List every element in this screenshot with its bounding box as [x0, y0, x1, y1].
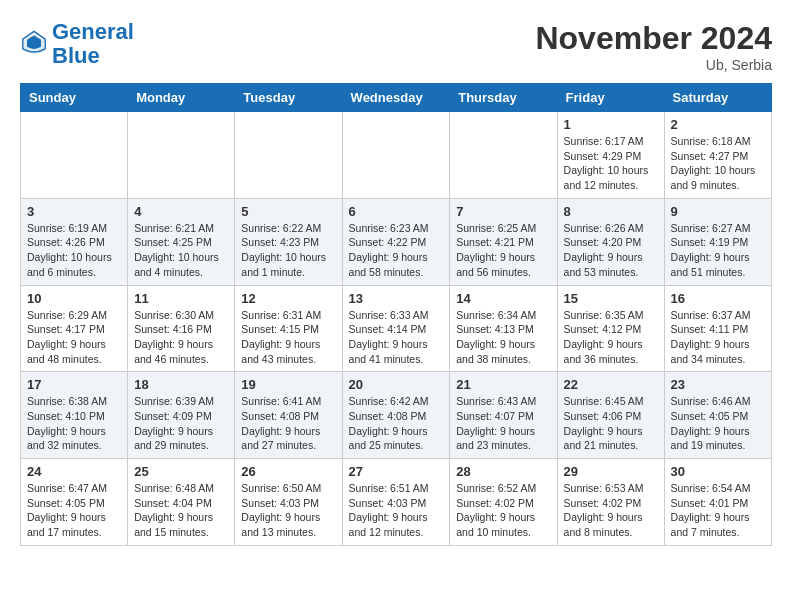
day-number: 10: [27, 291, 121, 306]
calendar-cell: 7Sunrise: 6:25 AMSunset: 4:21 PMDaylight…: [450, 198, 557, 285]
day-number: 30: [671, 464, 765, 479]
title-area: November 2024 Ub, Serbia: [535, 20, 772, 73]
day-number: 9: [671, 204, 765, 219]
day-number: 1: [564, 117, 658, 132]
day-info: Sunrise: 6:41 AMSunset: 4:08 PMDaylight:…: [241, 394, 335, 453]
day-number: 8: [564, 204, 658, 219]
calendar-cell: 20Sunrise: 6:42 AMSunset: 4:08 PMDayligh…: [342, 372, 450, 459]
day-number: 13: [349, 291, 444, 306]
calendar-cell: 12Sunrise: 6:31 AMSunset: 4:15 PMDayligh…: [235, 285, 342, 372]
calendar-cell: 16Sunrise: 6:37 AMSunset: 4:11 PMDayligh…: [664, 285, 771, 372]
day-info: Sunrise: 6:38 AMSunset: 4:10 PMDaylight:…: [27, 394, 121, 453]
weekday-header-wednesday: Wednesday: [342, 84, 450, 112]
month-title: November 2024: [535, 20, 772, 57]
day-number: 15: [564, 291, 658, 306]
day-info: Sunrise: 6:17 AMSunset: 4:29 PMDaylight:…: [564, 134, 658, 193]
day-number: 20: [349, 377, 444, 392]
day-info: Sunrise: 6:45 AMSunset: 4:06 PMDaylight:…: [564, 394, 658, 453]
calendar-cell: 18Sunrise: 6:39 AMSunset: 4:09 PMDayligh…: [128, 372, 235, 459]
calendar-week-row: 3Sunrise: 6:19 AMSunset: 4:26 PMDaylight…: [21, 198, 772, 285]
day-info: Sunrise: 6:27 AMSunset: 4:19 PMDaylight:…: [671, 221, 765, 280]
calendar-cell: 24Sunrise: 6:47 AMSunset: 4:05 PMDayligh…: [21, 459, 128, 546]
day-number: 26: [241, 464, 335, 479]
day-info: Sunrise: 6:22 AMSunset: 4:23 PMDaylight:…: [241, 221, 335, 280]
page-header: General Blue November 2024 Ub, Serbia: [20, 20, 772, 73]
calendar-cell: 13Sunrise: 6:33 AMSunset: 4:14 PMDayligh…: [342, 285, 450, 372]
day-info: Sunrise: 6:37 AMSunset: 4:11 PMDaylight:…: [671, 308, 765, 367]
calendar-cell: 8Sunrise: 6:26 AMSunset: 4:20 PMDaylight…: [557, 198, 664, 285]
day-info: Sunrise: 6:30 AMSunset: 4:16 PMDaylight:…: [134, 308, 228, 367]
day-number: 12: [241, 291, 335, 306]
day-number: 5: [241, 204, 335, 219]
calendar-cell: 9Sunrise: 6:27 AMSunset: 4:19 PMDaylight…: [664, 198, 771, 285]
day-number: 19: [241, 377, 335, 392]
day-info: Sunrise: 6:42 AMSunset: 4:08 PMDaylight:…: [349, 394, 444, 453]
location-subtitle: Ub, Serbia: [535, 57, 772, 73]
day-number: 16: [671, 291, 765, 306]
calendar-cell: 2Sunrise: 6:18 AMSunset: 4:27 PMDaylight…: [664, 112, 771, 199]
day-info: Sunrise: 6:25 AMSunset: 4:21 PMDaylight:…: [456, 221, 550, 280]
day-number: 18: [134, 377, 228, 392]
logo-line2: Blue: [52, 43, 100, 68]
day-info: Sunrise: 6:43 AMSunset: 4:07 PMDaylight:…: [456, 394, 550, 453]
day-info: Sunrise: 6:47 AMSunset: 4:05 PMDaylight:…: [27, 481, 121, 540]
calendar-cell: 3Sunrise: 6:19 AMSunset: 4:26 PMDaylight…: [21, 198, 128, 285]
logo: General Blue: [20, 20, 134, 68]
day-info: Sunrise: 6:53 AMSunset: 4:02 PMDaylight:…: [564, 481, 658, 540]
calendar-week-row: 24Sunrise: 6:47 AMSunset: 4:05 PMDayligh…: [21, 459, 772, 546]
calendar-cell: 11Sunrise: 6:30 AMSunset: 4:16 PMDayligh…: [128, 285, 235, 372]
logo-text: General Blue: [52, 20, 134, 68]
day-number: 22: [564, 377, 658, 392]
weekday-header-friday: Friday: [557, 84, 664, 112]
day-info: Sunrise: 6:19 AMSunset: 4:26 PMDaylight:…: [27, 221, 121, 280]
calendar-cell: [21, 112, 128, 199]
day-number: 2: [671, 117, 765, 132]
day-info: Sunrise: 6:52 AMSunset: 4:02 PMDaylight:…: [456, 481, 550, 540]
day-number: 29: [564, 464, 658, 479]
day-number: 21: [456, 377, 550, 392]
weekday-header-thursday: Thursday: [450, 84, 557, 112]
calendar-cell: 6Sunrise: 6:23 AMSunset: 4:22 PMDaylight…: [342, 198, 450, 285]
logo-icon: [20, 30, 48, 58]
day-info: Sunrise: 6:21 AMSunset: 4:25 PMDaylight:…: [134, 221, 228, 280]
weekday-header-sunday: Sunday: [21, 84, 128, 112]
day-number: 14: [456, 291, 550, 306]
calendar-cell: 19Sunrise: 6:41 AMSunset: 4:08 PMDayligh…: [235, 372, 342, 459]
day-info: Sunrise: 6:46 AMSunset: 4:05 PMDaylight:…: [671, 394, 765, 453]
calendar-cell: 23Sunrise: 6:46 AMSunset: 4:05 PMDayligh…: [664, 372, 771, 459]
weekday-header-row: SundayMondayTuesdayWednesdayThursdayFrid…: [21, 84, 772, 112]
calendar-cell: [128, 112, 235, 199]
day-info: Sunrise: 6:18 AMSunset: 4:27 PMDaylight:…: [671, 134, 765, 193]
day-info: Sunrise: 6:50 AMSunset: 4:03 PMDaylight:…: [241, 481, 335, 540]
weekday-header-tuesday: Tuesday: [235, 84, 342, 112]
day-number: 28: [456, 464, 550, 479]
calendar-cell: 25Sunrise: 6:48 AMSunset: 4:04 PMDayligh…: [128, 459, 235, 546]
calendar-cell: 27Sunrise: 6:51 AMSunset: 4:03 PMDayligh…: [342, 459, 450, 546]
day-number: 27: [349, 464, 444, 479]
day-info: Sunrise: 6:51 AMSunset: 4:03 PMDaylight:…: [349, 481, 444, 540]
calendar-cell: [450, 112, 557, 199]
day-info: Sunrise: 6:34 AMSunset: 4:13 PMDaylight:…: [456, 308, 550, 367]
calendar-cell: 15Sunrise: 6:35 AMSunset: 4:12 PMDayligh…: [557, 285, 664, 372]
calendar-cell: 4Sunrise: 6:21 AMSunset: 4:25 PMDaylight…: [128, 198, 235, 285]
calendar-cell: 14Sunrise: 6:34 AMSunset: 4:13 PMDayligh…: [450, 285, 557, 372]
logo-line1: General: [52, 19, 134, 44]
weekday-header-saturday: Saturday: [664, 84, 771, 112]
day-number: 7: [456, 204, 550, 219]
calendar-cell: 5Sunrise: 6:22 AMSunset: 4:23 PMDaylight…: [235, 198, 342, 285]
day-info: Sunrise: 6:31 AMSunset: 4:15 PMDaylight:…: [241, 308, 335, 367]
calendar-cell: 1Sunrise: 6:17 AMSunset: 4:29 PMDaylight…: [557, 112, 664, 199]
calendar-cell: 17Sunrise: 6:38 AMSunset: 4:10 PMDayligh…: [21, 372, 128, 459]
calendar-table: SundayMondayTuesdayWednesdayThursdayFrid…: [20, 83, 772, 546]
calendar-cell: 10Sunrise: 6:29 AMSunset: 4:17 PMDayligh…: [21, 285, 128, 372]
calendar-cell: 28Sunrise: 6:52 AMSunset: 4:02 PMDayligh…: [450, 459, 557, 546]
day-info: Sunrise: 6:33 AMSunset: 4:14 PMDaylight:…: [349, 308, 444, 367]
weekday-header-monday: Monday: [128, 84, 235, 112]
day-info: Sunrise: 6:29 AMSunset: 4:17 PMDaylight:…: [27, 308, 121, 367]
day-info: Sunrise: 6:48 AMSunset: 4:04 PMDaylight:…: [134, 481, 228, 540]
day-info: Sunrise: 6:39 AMSunset: 4:09 PMDaylight:…: [134, 394, 228, 453]
day-info: Sunrise: 6:26 AMSunset: 4:20 PMDaylight:…: [564, 221, 658, 280]
calendar-cell: 26Sunrise: 6:50 AMSunset: 4:03 PMDayligh…: [235, 459, 342, 546]
day-number: 25: [134, 464, 228, 479]
day-info: Sunrise: 6:35 AMSunset: 4:12 PMDaylight:…: [564, 308, 658, 367]
